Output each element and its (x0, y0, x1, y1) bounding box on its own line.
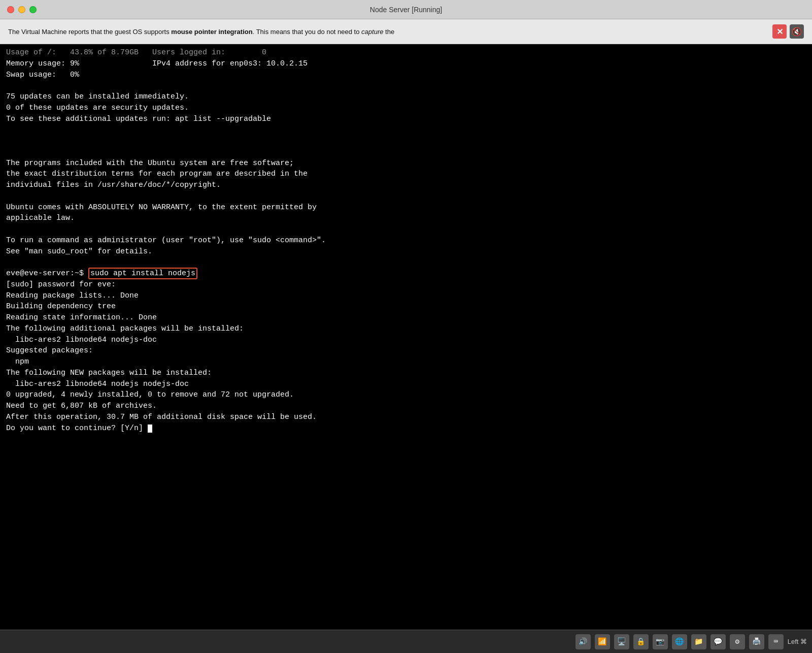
terminal-line: libc-ares2 libnode64 nodejs-doc (6, 335, 806, 346)
terminal-line: libc-ares2 libnode64 nodejs nodejs-doc (6, 379, 806, 390)
highlighted-command: sudo apt install nodejs (88, 268, 197, 279)
terminal-line: Reading package lists... Done (6, 290, 806, 302)
terminal-line: To see these additional updates run: apt… (6, 114, 806, 125)
notification-actions: ✕ 🔇 (772, 24, 804, 39)
taskbar-icon-5[interactable]: 🌐 (672, 634, 687, 649)
notification-end: the (383, 28, 394, 36)
terminal-line: Swap usage: 0% (6, 70, 806, 81)
notification-banner: The Virtual Machine reports that the gue… (0, 19, 812, 44)
taskbar-icon-9[interactable]: 🖨️ (749, 634, 764, 649)
terminal-line: Suggested packages: (6, 345, 806, 356)
terminal-line: applicable law. (6, 213, 806, 224)
taskbar: 🔊 📶 🖥️ 🔒 📷 🌐 📁 💬 ⚙️ 🖨️ ⌨️ Left ⌘ (0, 630, 812, 653)
terminal-line: The following NEW packages will be insta… (6, 368, 806, 379)
notification-bold: mouse pointer integration (171, 28, 252, 36)
taskbar-icon-6[interactable]: 📁 (691, 634, 706, 649)
terminal-line: [sudo] password for eve: (6, 279, 806, 290)
terminal-command-line: eve@eve-server:~$ sudo apt install nodej… (6, 268, 806, 279)
terminal-line: Memory usage: 9% IPv4 address for enp0s3… (6, 58, 806, 70)
prompt: eve@eve-server:~$ (6, 269, 88, 278)
notification-italic: capture (361, 28, 383, 36)
taskbar-icon-1[interactable]: 📶 (595, 634, 610, 649)
close-button[interactable] (7, 6, 14, 13)
terminal-line (6, 124, 806, 136)
terminal-line (6, 147, 806, 158)
notification-prefix: The Virtual Machine reports that the gue… (8, 28, 171, 36)
terminal-line: The programs included with the Ubuntu sy… (6, 158, 806, 169)
terminal-line: Need to get 6,807 kB of archives. (6, 401, 806, 412)
maximize-button[interactable] (29, 6, 37, 13)
terminal-line: Ubuntu comes with ABSOLUTELY NO WARRANTY… (6, 202, 806, 213)
taskbar-icon-4[interactable]: 📷 (653, 634, 668, 649)
terminal-line: Reading state information... Done (6, 312, 806, 323)
notification-middle: . This means that you do not need to (253, 28, 361, 36)
taskbar-icon-2[interactable]: 🖥️ (614, 634, 629, 649)
terminal-line (6, 136, 806, 147)
taskbar-icon-3[interactable]: 🔒 (633, 634, 649, 649)
taskbar-icon-10[interactable]: ⌨️ (768, 634, 784, 649)
notification-text: The Virtual Machine reports that the gue… (8, 28, 766, 36)
terminal-line: To run a command as administrator (user … (6, 235, 806, 246)
taskbar-icon-8[interactable]: ⚙️ (730, 634, 745, 649)
terminal-line: individual files in /usr/share/doc/*/cop… (6, 180, 806, 191)
cursor-blink (148, 425, 152, 433)
terminal-line: 75 updates can be installed immediately. (6, 91, 806, 103)
notification-close-button[interactable]: ✕ (772, 24, 787, 39)
terminal-line: The following additional packages will b… (6, 323, 806, 335)
terminal-prompt-line: Do you want to continue? [Y/n] (6, 423, 806, 434)
window-title: Node Server [Running] (370, 6, 442, 14)
taskbar-icon-7[interactable]: 💬 (710, 634, 726, 649)
terminal-line: the exact distribution terms for each pr… (6, 169, 806, 180)
taskbar-icon-0[interactable]: 🔊 (576, 634, 591, 649)
terminal-line: Building dependency tree (6, 301, 806, 312)
terminal-line: npm (6, 356, 806, 368)
terminal-line: 0 upgraded, 4 newly installed, 0 to remo… (6, 389, 806, 401)
terminal-line: After this operation, 30.7 MB of additio… (6, 412, 806, 423)
keyboard-layout-label: Left ⌘ (788, 638, 807, 645)
minimize-button[interactable] (18, 6, 25, 13)
terminal-window[interactable]: Usage of /: 43.8% of 8.79GB Users logged… (0, 44, 812, 631)
notification-mute-button[interactable]: 🔇 (790, 24, 804, 39)
terminal-line (6, 191, 806, 202)
terminal-line: See "man sudo_root" for details. (6, 246, 806, 257)
terminal-line: 0 of these updates are security updates. (6, 103, 806, 114)
titlebar: Node Server [Running] (0, 0, 812, 19)
terminal-line (6, 80, 806, 91)
window-controls (7, 6, 37, 13)
terminal-line: Usage of /: 43.8% of 8.79GB Users logged… (6, 47, 806, 58)
terminal-line (6, 224, 806, 235)
terminal-line (6, 257, 806, 268)
